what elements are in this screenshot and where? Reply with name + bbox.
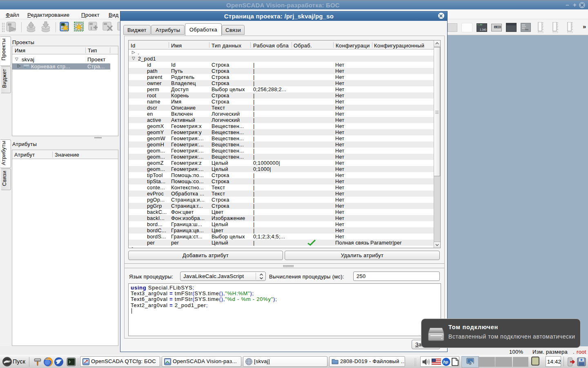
- svg-text:hp: hp: [443, 360, 448, 364]
